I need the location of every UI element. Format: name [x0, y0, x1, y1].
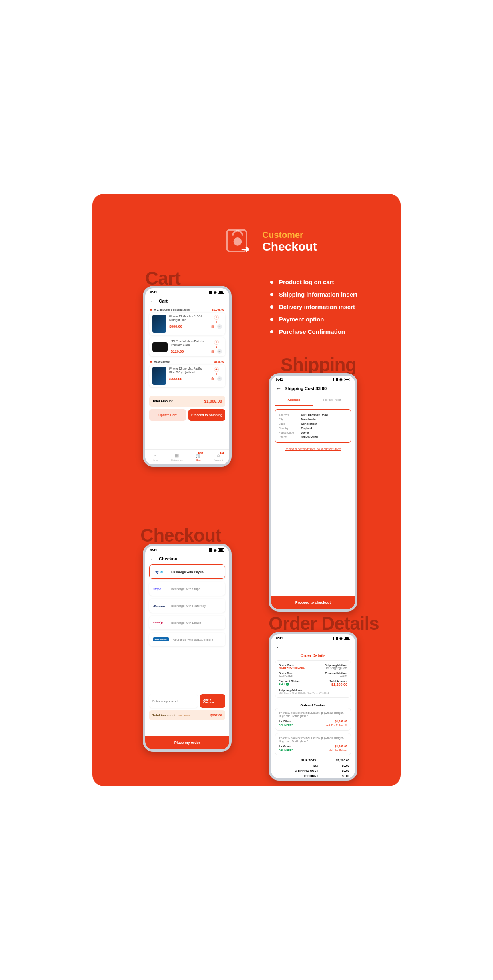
payment-option-razorpay[interactable]: ▮Razorpay Recharge with Razorpay — [149, 599, 225, 612]
order-code-label: Order Code — [279, 664, 312, 667]
proceed-shipping-button[interactable]: Proceed to Shipping — [188, 409, 225, 421]
product-name: iPhone 12 pro Max Pacific Blue 256 gb (w… — [169, 367, 208, 374]
product-thumb — [152, 367, 166, 385]
edit-address-link[interactable]: To add or edit addesses, go to address p… — [275, 446, 351, 452]
see-details-link[interactable]: See details — [178, 714, 190, 717]
grid-icon: ▦ — [175, 453, 179, 458]
addr-key: City — [279, 418, 301, 421]
delivery-status: DELIVERED — [279, 749, 293, 752]
cart-item: iPhone 12 pro Max Pacific Blue 256 gb (w… — [149, 365, 225, 387]
app-bar: ← Cart — [145, 296, 229, 307]
hero-subtitle: Customer — [262, 230, 317, 240]
payment-option-bkash[interactable]: bKash➤ Recharge with Bkash — [149, 616, 225, 629]
product-name: JBL True Wireless Buds in Premium Black — [171, 340, 208, 347]
tab-pickup[interactable]: Pickup Point — [313, 395, 351, 406]
status-bar: 9:41 ◉ — [271, 376, 355, 384]
promo-board: Customer Checkout Product log on cart Sh… — [92, 194, 401, 786]
shipping-cost-value: $0.00 — [329, 769, 349, 773]
ask-refund-link[interactable]: Ask For Refund — [329, 749, 347, 752]
product-thumb — [152, 315, 166, 333]
total-label: Total Amount — [152, 399, 173, 404]
nav-categories[interactable]: ▦Categories — [171, 453, 182, 461]
feature-list: Product log on cart Shipping information… — [270, 279, 357, 341]
qty-minus-button[interactable]: − — [217, 349, 222, 354]
back-icon[interactable]: ← — [276, 644, 281, 650]
coupon-input[interactable] — [149, 694, 198, 708]
back-icon[interactable]: ← — [150, 556, 156, 562]
battery-icon — [218, 548, 224, 552]
bullet-dot-icon — [270, 318, 273, 321]
payment-option-paypal[interactable]: PayPal Recharge with Paypal — [149, 564, 225, 579]
total-summary-row: Total Ammount See details $992.00 — [149, 710, 225, 720]
ordered-qty-variant: 1 x Silver — [279, 720, 291, 723]
product-price: $888.00 — [169, 377, 208, 381]
cart-item: JBL True Wireless Buds in Premium Black … — [149, 337, 225, 356]
update-cart-button[interactable]: Update Cart — [149, 409, 186, 421]
addr-value: Manchester — [301, 418, 317, 421]
qty-plus-button[interactable]: + — [214, 340, 219, 345]
nav-label: Cart — [196, 459, 200, 461]
addr-key: Phone — [279, 436, 301, 438]
total-value: $992.00 — [210, 713, 222, 717]
status-time: 9:41 — [150, 548, 157, 552]
delete-icon[interactable]: 🗑 — [211, 349, 215, 354]
qty-value: 1 — [216, 345, 217, 348]
tax-label: TAX — [277, 764, 329, 767]
vendor-name: A-Z Importers International — [154, 308, 190, 311]
hero: Customer Checkout — [222, 225, 317, 258]
qty-plus-button[interactable]: + — [214, 367, 219, 372]
nav-cart[interactable]: 🛒02Cart — [196, 453, 201, 461]
total-amount-value: $1,200.00 — [314, 683, 347, 687]
ordered-qty-variant: 1 x Green — [279, 745, 291, 748]
feature-item: Shipping information insert — [279, 291, 357, 298]
subtotal-value: $1,200.00 — [329, 759, 349, 762]
shipping-method-label: Shipping Method — [314, 664, 347, 667]
vendor-dot-icon — [150, 309, 152, 311]
qty-minus-button[interactable]: − — [217, 324, 222, 329]
shipping-cost-label: SHIPPING COST — [277, 769, 329, 773]
check-icon: ✓ — [286, 683, 289, 686]
ordered-price: $1,200.00 — [335, 745, 347, 748]
apply-coupon-button[interactable]: Apply Coupon — [200, 694, 225, 708]
qty-minus-button[interactable]: − — [217, 376, 222, 381]
addr-key: Country — [279, 427, 301, 430]
address-card[interactable]: ⋮ Address4020 Cheshire Road CityManchest… — [275, 409, 351, 443]
payment-label: Recharge with Razorpay — [171, 604, 206, 608]
stripe-logo-icon: stripe — [153, 587, 167, 591]
discount-value: $0.00 — [329, 774, 349, 778]
tab-address[interactable]: Address — [275, 395, 313, 406]
nav-home[interactable]: ⌂Home — [152, 453, 158, 461]
payment-option-stripe[interactable]: stripe Recharge with Stripe — [149, 582, 225, 596]
ordered-price: $1,200.00 — [335, 720, 347, 723]
proceed-checkout-button[interactable]: Proceed to checkout — [271, 596, 355, 609]
ordered-product-card: iPhone 12 pro Max Pacific Blue 256 gb (w… — [275, 733, 351, 755]
shipping-address-label: Shipping Address — [279, 689, 347, 692]
payment-option-sslcommerz[interactable]: SSLCommerz Recharge with SSLcommerz — [149, 633, 225, 646]
qty-plus-button[interactable]: + — [214, 315, 219, 320]
place-order-button[interactable]: Place my order — [145, 736, 229, 749]
vendor-name: Asset Store — [154, 360, 170, 363]
feature-item: Payment option — [279, 316, 324, 323]
vendor-subtotal: $1,008.00 — [212, 308, 224, 311]
shipping-address-value: 13th Street. 47 W 13th St, New York, NY … — [279, 692, 347, 694]
back-icon[interactable]: ← — [150, 298, 156, 304]
bullet-dot-icon — [270, 305, 273, 309]
app-bar: ← Checkout — [145, 554, 229, 564]
battery-icon — [344, 378, 350, 381]
delete-icon[interactable]: 🗑 — [211, 377, 215, 381]
more-icon[interactable]: ⋮ — [344, 412, 348, 416]
feature-item: Product log on cart — [279, 279, 334, 285]
wifi-icon: ◉ — [339, 636, 343, 640]
payment-status-label: Payment Status — [279, 680, 312, 683]
ask-refund-link[interactable]: Ask For Refund ⟳ — [326, 724, 347, 727]
phone-cart: 9:41 ◉ ← Cart A-Z Importers Internationa… — [143, 286, 232, 467]
payment-method-label: Payment Method — [314, 672, 347, 675]
addr-key: Address — [279, 414, 301, 416]
back-icon[interactable]: ← — [276, 385, 281, 392]
wifi-icon: ◉ — [339, 378, 343, 382]
screen-title: Cart — [159, 299, 168, 303]
nav-account[interactable]: ☺18Account — [214, 453, 223, 461]
delete-icon[interactable]: 🗑 — [211, 325, 215, 329]
tax-value: $0.00 — [329, 764, 349, 767]
feature-item: Delivery information insert — [279, 303, 355, 310]
